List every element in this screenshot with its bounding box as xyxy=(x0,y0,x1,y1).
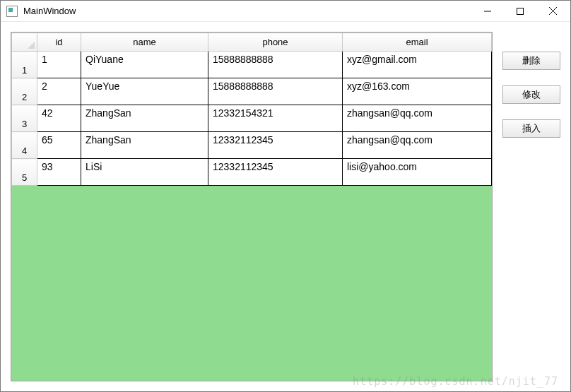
column-header-id[interactable]: id xyxy=(37,33,81,52)
row-header[interactable]: 2 xyxy=(12,78,37,105)
table-row[interactable]: 1 1 QiYuane 15888888888 xyz@gmail.com xyxy=(12,52,492,78)
cell-phone[interactable]: 12332154321 xyxy=(208,105,343,132)
cell-phone[interactable]: 12332112345 xyxy=(208,159,343,186)
cell-phone[interactable]: 15888888888 xyxy=(208,78,343,105)
cell-id[interactable]: 2 xyxy=(37,78,81,105)
column-header-email[interactable]: email xyxy=(343,33,492,52)
cell-name[interactable]: ZhangSan xyxy=(81,105,208,132)
cell-name[interactable]: LiSi xyxy=(81,159,208,186)
cell-email[interactable]: zhangsan@qq.com xyxy=(343,105,492,132)
minimize-button[interactable] xyxy=(471,1,504,21)
cell-email[interactable]: lisi@yahoo.com xyxy=(343,159,492,186)
content-area: id name phone email 1 1 QiYuane 15888888… xyxy=(1,22,570,391)
close-button[interactable] xyxy=(536,1,569,21)
cell-name[interactable]: QiYuane xyxy=(81,52,208,78)
insert-button[interactable]: 插入 xyxy=(502,119,560,138)
table-row[interactable]: 3 42 ZhangSan 12332154321 zhangsan@qq.co… xyxy=(12,105,492,132)
main-window: MainWindow id name phone xyxy=(0,0,571,392)
row-header[interactable]: 4 xyxy=(12,132,37,159)
table-row[interactable]: 5 93 LiSi 12332112345 lisi@yahoo.com xyxy=(12,159,492,186)
column-header-name[interactable]: name xyxy=(81,33,208,52)
table-row[interactable]: 2 2 YueYue 15888888888 xyz@163.com xyxy=(12,78,492,105)
row-header[interactable]: 1 xyxy=(12,52,37,78)
cell-phone[interactable]: 12332112345 xyxy=(208,132,343,159)
table-row[interactable]: 4 65 ZhangSan 12332112345 zhangsan@qq.co… xyxy=(12,132,492,159)
cell-email[interactable]: xyz@gmail.com xyxy=(343,52,492,78)
cell-email[interactable]: zhangsan@qq.com xyxy=(343,132,492,159)
cell-id[interactable]: 1 xyxy=(37,52,81,78)
window-title: MainWindow xyxy=(23,6,471,16)
maximize-button[interactable] xyxy=(504,1,536,21)
delete-button[interactable]: 删除 xyxy=(502,52,560,70)
app-icon xyxy=(6,6,18,17)
cell-name[interactable]: YueYue xyxy=(81,78,208,105)
data-table: id name phone email 1 1 QiYuane 15888888… xyxy=(11,32,492,186)
window-controls xyxy=(471,1,569,21)
cell-name[interactable]: ZhangSan xyxy=(81,132,208,159)
modify-button[interactable]: 修改 xyxy=(502,85,560,104)
table-widget[interactable]: id name phone email 1 1 QiYuane 15888888… xyxy=(11,32,493,381)
column-header-phone[interactable]: phone xyxy=(208,33,343,52)
cell-id[interactable]: 65 xyxy=(37,132,81,159)
cell-id[interactable]: 93 xyxy=(37,159,81,186)
cell-email[interactable]: xyz@163.com xyxy=(343,78,492,105)
cell-id[interactable]: 42 xyxy=(37,105,81,132)
titlebar[interactable]: MainWindow xyxy=(1,1,570,22)
svg-rect-1 xyxy=(517,8,524,14)
row-header[interactable]: 5 xyxy=(12,159,37,186)
side-panel: 删除 修改 插入 xyxy=(502,32,560,381)
row-header[interactable]: 3 xyxy=(12,105,37,132)
corner-header[interactable] xyxy=(12,33,37,52)
cell-phone[interactable]: 15888888888 xyxy=(208,52,343,78)
